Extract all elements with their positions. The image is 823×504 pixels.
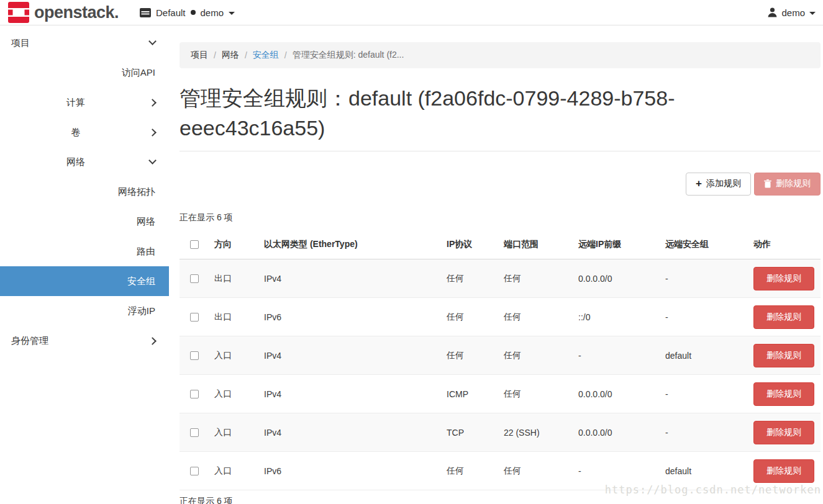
sidebar: 项目 访问API 计算 卷 网络 网络拓扑 网络 路由 安全组 浮动IP 身份管… — [0, 25, 169, 504]
openstack-logo-icon — [8, 2, 29, 23]
items-count-bottom: 正在显示 6 项 — [180, 496, 821, 504]
cell-remote-security-group: - — [660, 375, 748, 413]
page-title: 管理安全组规则：default (f2a06fdc-0799-4289-b758… — [180, 84, 676, 143]
cell-ethertype: IPv6 — [259, 452, 442, 490]
sidebar-item-label: 计算 — [66, 97, 85, 109]
row-checkbox[interactable] — [190, 428, 199, 437]
cell-remote-security-group: - — [660, 298, 748, 336]
delete-rule-button[interactable]: 删除规则 — [753, 382, 814, 406]
cell-ip-protocol: TCP — [442, 413, 499, 452]
cell-remote-security-group: default — [660, 336, 748, 375]
sidebar-item-project[interactable]: 项目 — [0, 28, 169, 58]
sidebar-item-label: 身份管理 — [11, 335, 48, 347]
sidebar-item-floating-ips[interactable]: 浮动IP — [0, 296, 169, 326]
sidebar-item-networks[interactable]: 网络 — [0, 207, 169, 236]
delete-rule-button[interactable]: 删除规则 — [753, 459, 814, 483]
chevron-down-icon — [148, 156, 157, 164]
sidebar-item-identity[interactable]: 身份管理 — [0, 326, 169, 356]
add-rule-label: 添加规则 — [706, 178, 741, 189]
cell-remote-ip-prefix: 0.0.0.0/0 — [573, 413, 660, 452]
cell-ethertype: IPv6 — [259, 298, 442, 336]
col-ethertype: 以太网类型 (EtherType) — [259, 230, 442, 259]
user-menu[interactable]: demo — [768, 0, 816, 25]
sidebar-item-network-topology[interactable]: 网络拓扑 — [0, 177, 169, 207]
cell-port-range: 任何 — [499, 375, 573, 413]
caret-down-icon — [229, 12, 235, 15]
cell-port-range: 任何 — [499, 336, 573, 375]
cell-port-range: 22 (SSH) — [499, 413, 573, 452]
cell-remote-ip-prefix: - — [573, 336, 660, 375]
table-row: 入口 IPv4 TCP 22 (SSH) 0.0.0.0/0 - 删除规则 — [180, 413, 821, 452]
chevron-right-icon — [148, 99, 157, 107]
breadcrumb: 项目 / 网络 / 安全组 / 管理安全组规则: default (f2... — [180, 42, 821, 68]
cell-ethertype: IPv4 — [259, 413, 442, 452]
title-divider — [180, 151, 821, 151]
cell-port-range: 任何 — [499, 298, 573, 336]
cell-direction: 入口 — [209, 452, 259, 490]
sidebar-item-security-groups[interactable]: 安全组 — [0, 266, 169, 296]
row-checkbox[interactable] — [190, 467, 199, 475]
table-row: 出口 IPv4 任何 任何 0.0.0.0/0 - 删除规则 — [180, 259, 821, 298]
breadcrumb-separator: / — [214, 50, 216, 60]
delete-rule-button[interactable]: 删除规则 — [753, 305, 814, 329]
delete-rule-button[interactable]: 删除规则 — [753, 421, 814, 444]
sidebar-item-label: 路由 — [137, 246, 155, 258]
chevron-down-icon — [148, 37, 157, 45]
breadcrumb-separator: / — [284, 50, 287, 60]
security-group-rules-table: 方向 以太网类型 (EtherType) IP协议 端口范围 远端IP前缀 远端… — [180, 230, 821, 491]
sidebar-item-volumes[interactable]: 卷 — [0, 117, 169, 147]
cell-ip-protocol: 任何 — [442, 336, 499, 375]
domain-icon — [140, 8, 151, 17]
cell-direction: 入口 — [209, 336, 259, 375]
breadcrumb-security-groups-link[interactable]: 安全组 — [253, 50, 279, 61]
sidebar-item-label: 卷 — [71, 127, 81, 138]
col-actions: 动作 — [748, 230, 821, 259]
cell-port-range: 任何 — [499, 452, 573, 490]
cell-direction: 出口 — [209, 298, 259, 336]
delete-rule-button[interactable]: 删除规则 — [753, 344, 814, 367]
project-context-switcher[interactable]: Default demo — [140, 0, 235, 25]
col-port-range: 端口范围 — [499, 230, 573, 259]
context-project-label: demo — [201, 7, 224, 18]
brand-wordmark: openstack. — [34, 3, 119, 22]
cell-remote-security-group: - — [660, 259, 748, 298]
row-checkbox[interactable] — [190, 274, 199, 283]
sidebar-item-label: 项目 — [11, 37, 30, 49]
context-domain-label: Default — [156, 7, 186, 18]
cell-ethertype: IPv4 — [259, 336, 442, 375]
user-name-label: demo — [781, 7, 805, 18]
cell-remote-ip-prefix: ::/0 — [573, 298, 660, 336]
chevron-right-icon — [148, 128, 157, 137]
delete-rules-label: 删除规则 — [776, 178, 811, 189]
sidebar-item-label: 访问API — [122, 67, 155, 79]
col-remote-ip-prefix: 远端IP前缀 — [573, 230, 660, 259]
select-all-checkbox[interactable] — [190, 240, 199, 249]
separator-dot-icon — [191, 10, 196, 15]
sidebar-item-compute[interactable]: 计算 — [0, 88, 169, 117]
table-header-row: 方向 以太网类型 (EtherType) IP协议 端口范围 远端IP前缀 远端… — [180, 230, 821, 259]
cell-ip-protocol: 任何 — [442, 452, 499, 490]
row-checkbox[interactable] — [190, 390, 199, 398]
col-direction: 方向 — [209, 230, 259, 259]
breadcrumb-separator: / — [245, 50, 247, 60]
plus-icon: + — [696, 178, 702, 189]
table-row: 出口 IPv6 任何 任何 ::/0 - 删除规则 — [180, 298, 821, 336]
cell-remote-security-group: - — [660, 413, 748, 452]
caret-down-icon — [809, 12, 816, 15]
row-checkbox[interactable] — [190, 351, 199, 360]
sidebar-item-label: 网络拓扑 — [118, 186, 155, 198]
cell-ethertype: IPv4 — [259, 375, 442, 413]
cell-direction: 入口 — [209, 375, 259, 413]
sidebar-group-network[interactable]: 网络 — [0, 147, 169, 177]
delete-rule-button[interactable]: 删除规则 — [753, 267, 814, 290]
sidebar-item-label: 安全组 — [127, 276, 155, 287]
sidebar-item-routers[interactable]: 路由 — [0, 236, 169, 266]
delete-rules-button-disabled[interactable]: 删除规则 — [754, 173, 821, 196]
table-actions-toolbar: + 添加规则 删除规则 — [180, 173, 821, 196]
add-rule-button[interactable]: + 添加规则 — [686, 173, 751, 196]
user-icon — [768, 7, 777, 17]
sidebar-item-api-access[interactable]: 访问API — [0, 58, 169, 88]
table-row: 入口 IPv4 任何 任何 - default 删除规则 — [180, 336, 821, 375]
row-checkbox[interactable] — [190, 313, 199, 322]
cell-direction: 出口 — [209, 259, 259, 298]
